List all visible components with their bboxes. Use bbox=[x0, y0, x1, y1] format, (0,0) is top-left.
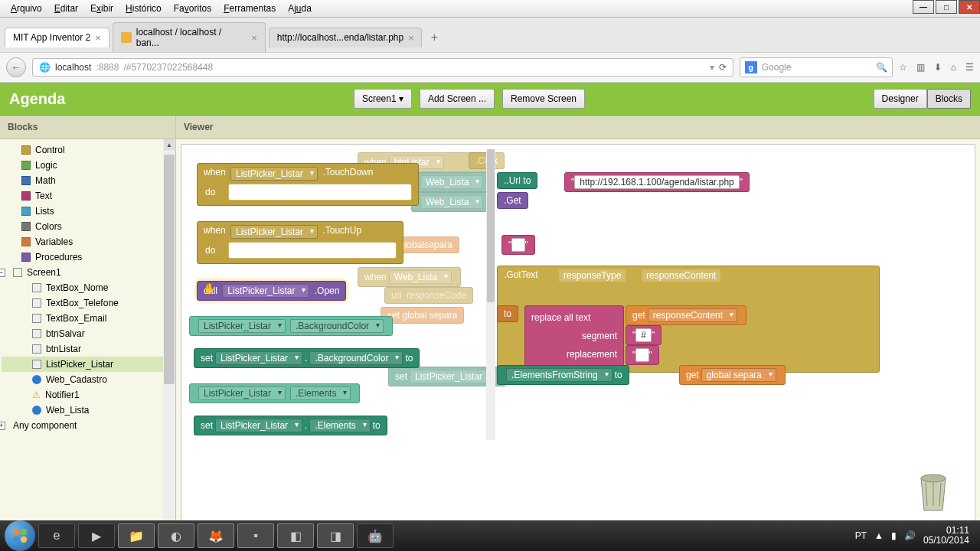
tree-item-procedures[interactable]: Procedures bbox=[2, 249, 174, 265]
taskbar-firefox-icon[interactable]: 🦊 bbox=[198, 523, 234, 548]
close-tab-icon[interactable]: × bbox=[95, 32, 101, 44]
scrollbar[interactable]: ▲ ▼ bbox=[163, 139, 175, 542]
menu-editar[interactable]: Editar bbox=[50, 2, 83, 15]
tree-item-component[interactable]: ⚠Notifier1 bbox=[2, 387, 174, 403]
screen-selector[interactable]: Screen1 ▾ bbox=[354, 89, 412, 109]
tree-item-component[interactable]: Web_Lista bbox=[2, 403, 174, 418]
tree-item-logic[interactable]: Logic bbox=[2, 158, 174, 173]
taskbar-ie-icon[interactable]: e bbox=[38, 523, 75, 548]
block-get-global[interactable]: get global separa bbox=[679, 365, 786, 385]
menu-favoritos[interactable]: Favoritos bbox=[169, 2, 216, 15]
download-icon[interactable]: ⬇ bbox=[934, 62, 942, 73]
address-bar[interactable]: 🌐 localhost:8888/#5770237022568448 ▾ ⟳ bbox=[32, 58, 733, 77]
taskbar-chrome-icon[interactable]: ◐ bbox=[158, 523, 194, 548]
taskbar-explorer-icon[interactable]: 📁 bbox=[118, 523, 155, 548]
search-icon[interactable]: 🔍 bbox=[876, 62, 887, 73]
tree-item-selected[interactable]: ListPicker_Listar bbox=[2, 357, 174, 372]
browser-tab[interactable]: http://localhost...enda/listar.php × bbox=[269, 28, 422, 47]
block-text-url[interactable]: " http://192.168.1.100/agenda/listar.php… bbox=[564, 172, 750, 192]
new-tab-button[interactable]: + bbox=[425, 28, 444, 47]
block-call-open[interactable]: call ListPicker_Listar .Open bbox=[197, 281, 346, 301]
tree-item-component[interactable]: Web_Cadastro bbox=[2, 372, 174, 387]
bookmark-icon[interactable]: ☆ bbox=[899, 62, 907, 73]
tray-clock[interactable]: 01:1105/10/2014 bbox=[923, 526, 969, 546]
block-faded[interactable]: url responseCode bbox=[384, 287, 473, 304]
menu-historico[interactable]: Histórico bbox=[121, 2, 166, 15]
tray-flag-icon[interactable]: ▲ bbox=[874, 530, 884, 541]
tree-item-any[interactable]: +Any component bbox=[2, 418, 174, 433]
tree-item-variables[interactable]: Variables bbox=[2, 234, 174, 249]
tree-item-component[interactable]: TextBox_Nome bbox=[2, 280, 174, 295]
tree-item-control[interactable]: Control bbox=[2, 142, 174, 158]
expand-icon[interactable]: + bbox=[0, 422, 5, 430]
block-slot[interactable] bbox=[228, 242, 397, 259]
block-efs[interactable]: .ElementsFromString to bbox=[497, 365, 629, 385]
block-get-bgcolor[interactable]: ListPicker_Listar .BackgroundColor bbox=[189, 316, 393, 336]
block-faded[interactable]: set global separa bbox=[381, 307, 464, 324]
close-tab-icon[interactable]: × bbox=[251, 32, 257, 44]
menu-ajuda[interactable]: Ajuda bbox=[283, 2, 316, 15]
tree-item-lists[interactable]: Lists bbox=[2, 204, 174, 219]
block-get-respcontent[interactable]: get responseContent bbox=[626, 305, 746, 325]
tray-net-icon[interactable]: ▮ bbox=[891, 530, 897, 541]
scroll-up-icon[interactable]: ▲ bbox=[164, 139, 175, 150]
taskbar-android-icon[interactable]: 🤖 bbox=[357, 523, 394, 548]
window-close[interactable]: ✕ bbox=[959, 0, 980, 14]
close-tab-icon[interactable]: × bbox=[408, 32, 414, 44]
window-maximize[interactable]: □ bbox=[936, 0, 957, 14]
tree-item-colors[interactable]: Colors bbox=[2, 219, 174, 234]
menu-ferramentas[interactable]: Ferramentas bbox=[219, 2, 280, 15]
trash-icon[interactable] bbox=[915, 468, 952, 514]
scroll-thumb[interactable] bbox=[487, 149, 495, 302]
collapse-icon[interactable]: − bbox=[0, 269, 5, 277]
block-faded[interactable]: Web_Lista bbox=[411, 172, 492, 192]
tray-vol-icon[interactable]: 🔊 bbox=[904, 530, 916, 541]
block-get-elements[interactable]: ListPicker_Listar .Elements bbox=[189, 383, 360, 403]
menu-arquivo[interactable]: AArquivorquivo bbox=[6, 2, 47, 15]
taskbar-media-icon[interactable]: ▶ bbox=[78, 523, 115, 548]
library-icon[interactable]: ▥ bbox=[916, 62, 925, 73]
block-set-elements[interactable]: set ListPicker_Listar . .Elements to bbox=[194, 416, 387, 435]
menu-icon[interactable]: ☰ bbox=[965, 62, 974, 73]
start-button[interactable] bbox=[5, 520, 35, 551]
window-minimize[interactable]: — bbox=[913, 0, 934, 14]
remove-screen-button[interactable]: Remove Screen bbox=[502, 89, 585, 109]
tray-lang[interactable]: PT bbox=[855, 530, 867, 541]
flyout-scrollbar[interactable] bbox=[486, 149, 495, 440]
tree-item-component[interactable]: TextBox_Email bbox=[2, 311, 174, 326]
search-box[interactable]: g Google 🔍 bbox=[740, 57, 893, 77]
add-screen-button[interactable]: Add Screen ... bbox=[420, 89, 495, 109]
block-to[interactable]: to bbox=[497, 305, 518, 322]
menu-exibir[interactable]: Exibir bbox=[86, 2, 118, 15]
block-text-blank2[interactable]: " " bbox=[626, 345, 659, 365]
taskbar-cmd-icon[interactable]: ▪ bbox=[237, 523, 274, 548]
blocks-canvas[interactable]: when btnListar .Click Web_Lista Web_List… bbox=[181, 144, 975, 537]
block-call-get[interactable]: .Get bbox=[497, 192, 528, 209]
taskbar-app-icon[interactable]: ◧ bbox=[277, 523, 314, 548]
block-text-blank[interactable]: " " bbox=[501, 235, 535, 255]
block-faded[interactable]: Web_Lista bbox=[411, 192, 492, 212]
designer-button[interactable]: Designer bbox=[874, 89, 927, 109]
block-faded[interactable]: when Web_Lista bbox=[358, 267, 461, 287]
scroll-thumb[interactable] bbox=[164, 155, 175, 384]
browser-tab-active[interactable]: MIT App Inventor 2 × bbox=[5, 28, 109, 47]
taskbar-app2-icon[interactable]: ◨ bbox=[317, 523, 354, 548]
tree-item-component[interactable]: TextBox_Telefone bbox=[2, 295, 174, 311]
block-replace-all[interactable]: replace all text segment replacement bbox=[524, 305, 624, 367]
blocks-button[interactable]: Blocks bbox=[927, 89, 971, 109]
back-button[interactable]: ← bbox=[6, 57, 26, 77]
block-when-touchup[interactable]: when ListPicker_Listar .TouchUp do bbox=[197, 221, 403, 264]
block-text-hash[interactable]: " # " bbox=[626, 325, 662, 345]
reload-icon[interactable]: ⟳ bbox=[719, 62, 727, 73]
block-slot[interactable] bbox=[228, 184, 412, 201]
tree-item-text[interactable]: Text bbox=[2, 188, 174, 204]
home-icon[interactable]: ⌂ bbox=[951, 62, 956, 73]
block-set-url[interactable]: ..Url to bbox=[497, 172, 537, 189]
browser-tab[interactable]: localhost / localhost / ban... × bbox=[113, 22, 266, 52]
tree-item-math[interactable]: Math bbox=[2, 173, 174, 188]
tree-item-component[interactable]: btnListar bbox=[2, 341, 174, 357]
block-when-touchdown[interactable]: when ListPicker_Listar .TouchDown do bbox=[197, 163, 419, 206]
tree-item-screen[interactable]: −Screen1 bbox=[2, 265, 174, 280]
tree-item-component[interactable]: btnSalvar bbox=[2, 326, 174, 341]
block-set-bgcolor[interactable]: set ListPicker_Listar . .BackgroundColor… bbox=[194, 348, 420, 368]
